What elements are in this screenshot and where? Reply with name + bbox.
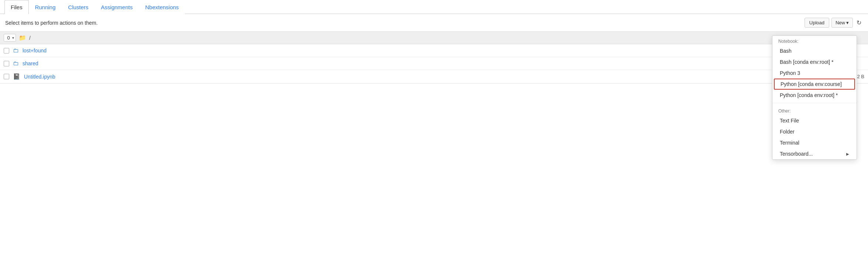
table-row: 🗀 lost+found (0, 44, 868, 57)
select-dropdown-arrow-icon: ▾ (12, 36, 14, 40)
file-name-shared[interactable]: shared (23, 60, 38, 66)
toolbar-actions: Upload New ▾ ↻ (805, 18, 863, 28)
file-size-untitled: 2 B (857, 74, 864, 79)
tab-bar: Files Running Clusters Assignments Nbext… (0, 0, 868, 14)
new-dropdown-arrow-icon: ▾ (846, 20, 849, 25)
notebook-section-label: Notebook: (772, 36, 857, 45)
dropdown-item-bash-conda-root[interactable]: Bash [conda env:root] * (772, 56, 857, 68)
tab-nbextensions[interactable]: Nbextensions (139, 0, 185, 14)
toolbar-instruction: Select items to perform actions on them. (5, 20, 98, 26)
notebook-icon: 📓 (13, 73, 20, 80)
file-checkbox-untitled[interactable] (4, 74, 9, 79)
selected-count: 0 (6, 35, 11, 41)
dropdown-item-python-conda-course[interactable]: Python [conda env:course] (774, 79, 855, 84)
new-dropdown-menu: Notebook: Bash Bash [conda env:root] * P… (772, 35, 857, 84)
tab-clusters[interactable]: Clusters (62, 0, 95, 14)
file-checkbox-lost-found[interactable] (4, 48, 9, 53)
folder-icon: 🗀 (13, 47, 19, 54)
tab-files[interactable]: Files (4, 0, 29, 14)
table-row: 🗀 shared (0, 57, 868, 70)
file-name-untitled[interactable]: Untitled.ipynb (24, 74, 55, 80)
select-all-checkbox[interactable]: 0 ▾ (4, 34, 16, 42)
upload-button[interactable]: Upload (805, 18, 829, 28)
file-name-lost-found[interactable]: lost+found (23, 48, 46, 53)
new-button-label: New (836, 20, 845, 25)
dropdown-item-bash[interactable]: Bash (772, 45, 857, 56)
dropdown-item-python3[interactable]: Python 3 (772, 68, 857, 79)
file-list: 🗀 lost+found 🗀 shared 📓 Untitled.ipynb 2… (0, 44, 868, 84)
file-checkbox-shared[interactable] (4, 61, 9, 66)
tab-running[interactable]: Running (29, 0, 62, 14)
breadcrumb-folder-icon: 📁 (19, 34, 26, 41)
new-button[interactable]: New ▾ (831, 18, 853, 28)
tab-assignments[interactable]: Assignments (95, 0, 139, 14)
breadcrumb-slash: / (29, 35, 31, 41)
folder-icon: 🗀 (13, 60, 19, 67)
refresh-button[interactable]: ↻ (855, 18, 863, 28)
file-list-header: 0 ▾ 📁 / (0, 31, 868, 44)
toolbar: Select items to perform actions on them.… (0, 14, 868, 31)
table-row: 📓 Untitled.ipynb 2 B (0, 70, 868, 83)
